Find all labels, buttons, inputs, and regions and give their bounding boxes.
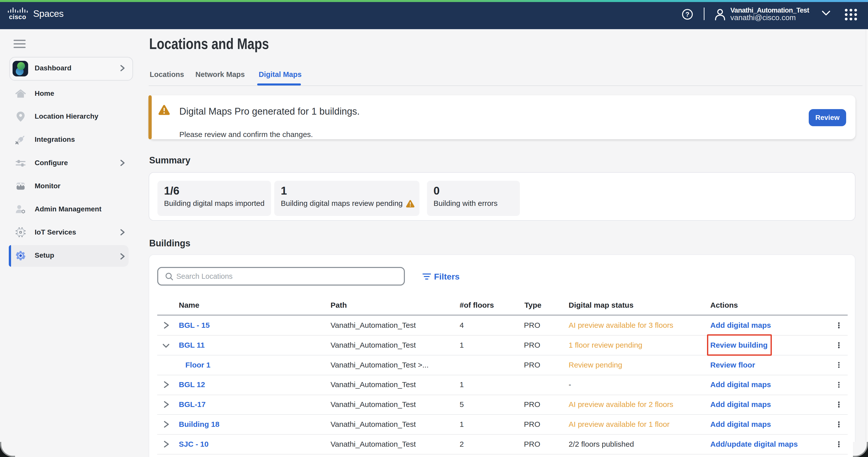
svg-text:?: ? [685,10,689,18]
svg-text:cisco: cisco [9,13,26,20]
